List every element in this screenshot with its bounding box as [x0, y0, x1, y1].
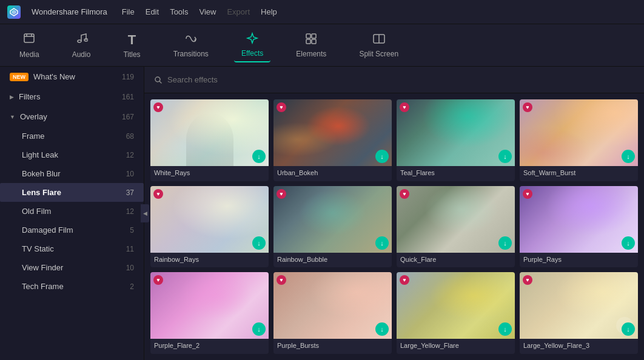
badge-new: NEW — [10, 73, 29, 81]
menu-help[interactable]: Help — [261, 7, 277, 16]
effect-badge-rainbow-bubble: ♥ — [277, 189, 286, 199]
sidebar-light-leak-label: Light Leak — [22, 150, 58, 159]
elements-icon — [304, 32, 318, 47]
sidebar-tech-frame-label: Tech Frame — [22, 282, 64, 291]
sidebar-item-view-finder[interactable]: View Finder 10 — [0, 258, 144, 277]
menu-bar: File Edit Tools View Export Help — [122, 7, 277, 16]
media-icon — [22, 32, 36, 48]
effect-badge-rainbow-rays: ♥ — [153, 189, 163, 199]
effect-label-rainbow-rays: Rainbow_Rays — [150, 253, 269, 266]
elements-label: Elements — [296, 50, 326, 58]
sidebar-item-tech-frame[interactable]: Tech Frame 2 — [0, 277, 144, 296]
svg-rect-5 — [306, 34, 310, 38]
toolbar-titles[interactable]: T Titles — [116, 28, 147, 62]
sidebar-filters-label: Filters — [19, 92, 40, 101]
effect-label-white-rays: White_Rays — [150, 166, 269, 179]
sidebar-frame-count: 68 — [126, 132, 134, 141]
effect-label-purple-flare2: Purple_Flare_2 — [150, 339, 269, 352]
effect-card-teal-flares[interactable]: ♥ ↓ Teal_Flares — [397, 99, 515, 181]
effect-label-rainbow-bubble: Rainbow_Bubble — [273, 253, 392, 266]
effect-card-purple-bursts[interactable]: ♥ ↓ Purple_Bursts — [273, 272, 392, 354]
menu-file[interactable]: File — [122, 7, 135, 16]
effect-card-purple-rays[interactable]: ♥ ↓ Purple_Rays — [520, 186, 638, 268]
download-btn-white-rays[interactable]: ↓ — [252, 150, 266, 163]
effect-card-purple-flare2[interactable]: ♥ ↓ Purple_Flare_2 — [150, 272, 269, 354]
download-btn-teal-flares[interactable]: ↓ — [498, 150, 512, 163]
filters-arrow-icon: ▶ — [10, 94, 14, 100]
effect-label-large-yellow-flare: Large_Yellow_Flare — [397, 339, 515, 352]
media-label: Media — [19, 50, 39, 59]
search-input[interactable] — [167, 75, 634, 84]
effect-card-quick-flare[interactable]: ♥ ↓ Quick_Flare — [397, 186, 515, 268]
toolbar-effects[interactable]: Effects — [234, 28, 270, 62]
effects-grid: ♥ ↓ White_Rays ♥ ↓ Urban_Bokeh — [144, 93, 644, 360]
effect-card-rainbow-bubble[interactable]: ♥ ↓ Rainbow_Bubble — [273, 186, 392, 268]
sidebar-overlay-count: 167 — [122, 113, 134, 121]
effect-label-teal-flares: Teal_Flares — [397, 166, 515, 179]
menu-view[interactable]: View — [199, 7, 216, 16]
download-btn-rainbow-rays[interactable]: ↓ — [252, 236, 266, 250]
sidebar-item-damaged-film[interactable]: Damaged Film 5 — [0, 221, 144, 239]
toolbar-media[interactable]: Media — [12, 28, 47, 62]
download-btn-purple-rays[interactable]: ↓ — [622, 236, 635, 250]
effect-card-large-yellow-flare3[interactable]: ♥ ↓ Large_Yellow_Flare_3 — [520, 272, 638, 354]
menu-edit[interactable]: Edit — [146, 7, 159, 16]
toolbar-audio[interactable]: Audio — [65, 28, 98, 62]
svg-marker-1 — [12, 10, 16, 15]
effect-badge-quick-flare: ♥ — [400, 189, 409, 199]
download-btn-rainbow-bubble[interactable]: ↓ — [375, 236, 389, 250]
audio-label: Audio — [72, 50, 91, 59]
sidebar-filters-count: 161 — [122, 93, 134, 101]
sidebar-whats-new-count: 119 — [122, 73, 134, 81]
content-area: ♥ ↓ White_Rays ♥ ↓ Urban_Bokeh — [144, 67, 644, 360]
toolbar-elements[interactable]: Elements — [289, 28, 334, 62]
effect-card-white-rays[interactable]: ♥ ↓ White_Rays — [150, 99, 269, 181]
sidebar-damaged-film-label: Damaged Film — [22, 225, 73, 235]
sidebar-tv-static-label: TV Static — [22, 244, 54, 253]
effect-card-rainbow-rays[interactable]: ♥ ↓ Rainbow_Rays — [150, 186, 269, 268]
sidebar-tech-frame-count: 2 — [130, 282, 134, 291]
effects-icon — [246, 32, 259, 47]
sidebar-lens-flare-label: Lens Flare — [22, 188, 61, 197]
sidebar-lens-flare-count: 37 — [126, 188, 134, 197]
toolbar-transitions[interactable]: Transitions — [166, 28, 216, 62]
sidebar-item-lens-flare[interactable]: Lens Flare 37 — [0, 183, 144, 202]
effect-card-soft-warm-burst[interactable]: ♥ ↓ Soft_Warm_Burst — [520, 99, 638, 181]
split-screen-icon — [372, 32, 386, 47]
sidebar-bokeh-blur-count: 10 — [126, 170, 134, 178]
download-btn-urban-bokeh[interactable]: ↓ — [375, 150, 389, 163]
menu-tools[interactable]: Tools — [170, 7, 188, 16]
download-btn-soft-warm-burst[interactable]: ↓ — [622, 150, 635, 163]
sidebar-item-frame[interactable]: Frame 68 — [0, 127, 144, 145]
sidebar-item-whats-new[interactable]: NEW What's New 119 — [0, 67, 144, 87]
app-name: Wondershare Filmora — [32, 7, 107, 16]
sidebar-view-finder-label: View Finder — [22, 263, 63, 272]
sidebar-collapse-button[interactable]: ◀ — [141, 204, 149, 222]
sidebar-overlay-label: Overlay — [20, 112, 47, 121]
titlebar: Wondershare Filmora File Edit Tools View… — [0, 0, 644, 24]
effect-badge-urban-bokeh: ♥ — [277, 102, 286, 112]
effect-card-large-yellow-flare[interactable]: ♥ ↓ Large_Yellow_Flare — [397, 272, 515, 354]
sidebar-item-filters[interactable]: ▶ Filters 161 — [0, 87, 144, 107]
toolbar-split-screen[interactable]: Split Screen — [352, 28, 406, 62]
sidebar-item-light-leak[interactable]: Light Leak 12 — [0, 145, 144, 164]
sidebar-item-bokeh-blur[interactable]: Bokeh Blur 10 — [0, 164, 144, 183]
effect-label-urban-bokeh: Urban_Bokeh — [273, 166, 392, 179]
effect-badge-teal-flares: ♥ — [400, 102, 409, 112]
sidebar-old-film-label: Old Film — [22, 207, 51, 216]
effect-label-purple-bursts: Purple_Bursts — [273, 339, 392, 352]
sidebar-item-old-film[interactable]: Old Film 12 — [0, 202, 144, 221]
menu-export[interactable]: Export — [227, 7, 250, 16]
sidebar-frame-label: Frame — [22, 132, 45, 141]
main-area: NEW What's New 119 ▶ Filters 161 ▼ Overl… — [0, 67, 644, 360]
transitions-label: Transitions — [173, 50, 209, 58]
sidebar-item-tv-static[interactable]: TV Static 11 — [0, 239, 144, 258]
effect-label-soft-warm-burst: Soft_Warm_Burst — [520, 166, 638, 179]
effect-badge-purple-rays: ♥ — [523, 189, 532, 199]
effect-label-quick-flare: Quick_Flare — [397, 253, 515, 266]
sidebar-item-overlay[interactable]: ▼ Overlay 167 — [0, 107, 144, 127]
download-btn-quick-flare[interactable]: ↓ — [498, 236, 512, 250]
effect-card-urban-bokeh[interactable]: ♥ ↓ Urban_Bokeh — [273, 99, 392, 181]
effect-label-large-yellow-flare3: Large_Yellow_Flare_3 — [520, 339, 638, 352]
effects-label: Effects — [241, 49, 263, 58]
